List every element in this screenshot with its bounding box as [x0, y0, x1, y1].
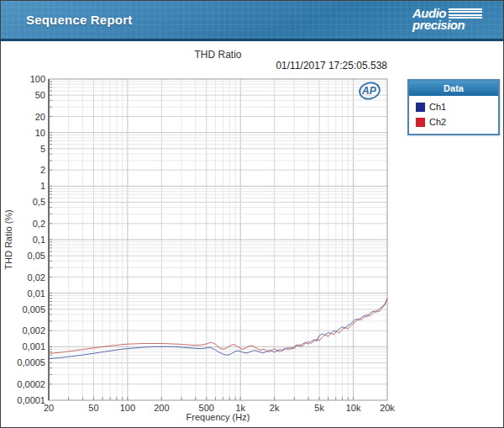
y-tick-label: 0,0005	[17, 357, 45, 367]
legend-title: Data	[409, 81, 498, 96]
y-tick-label: 0,01	[28, 288, 45, 299]
ch2-color-swatch	[416, 118, 425, 127]
legend-label-ch2: Ch2	[429, 117, 446, 127]
y-tick-label: 5	[40, 144, 45, 154]
chart-timestamp: 01/11/2017 17:25:05.538	[135, 60, 387, 71]
chart-title: THD Ratio	[49, 49, 387, 61]
legend-item-ch1[interactable]: Ch1	[416, 99, 493, 114]
y-tick-label: 0,0002	[17, 379, 45, 389]
y-tick-label: 0,002	[22, 325, 45, 336]
x-axis-label: Frequency (Hz)	[49, 412, 387, 422]
y-tick-label: 0,1	[33, 235, 45, 245]
y-axis-label: THD Ratio (%)	[3, 172, 17, 307]
series-line-ch1	[49, 299, 387, 359]
series-line-ch2	[49, 299, 387, 354]
y-tick-label: 1	[40, 181, 45, 191]
legend-body: Ch1 Ch2	[409, 96, 498, 134]
y-tick-label: 0,05	[28, 251, 45, 261]
ch1-color-swatch	[416, 103, 425, 112]
y-tick-label: 0,5	[33, 197, 45, 207]
ap-badge-icon: AP	[361, 85, 377, 97]
y-tick-label: 2	[40, 165, 45, 175]
y-tick-label: 0,02	[28, 272, 45, 283]
y-tick-label: 20	[35, 112, 45, 122]
y-tick-label: 0,2	[33, 219, 45, 229]
y-tick-label: 10	[35, 128, 45, 138]
legend-panel: Data Ch1 Ch2	[407, 79, 500, 135]
y-tick-label: 0,005	[22, 304, 45, 314]
y-tick-label: 0,001	[22, 341, 45, 351]
legend-item-ch2[interactable]: Ch2	[416, 114, 493, 129]
legend-label-ch1: Ch1	[429, 102, 446, 112]
y-tick-label: 100	[30, 74, 45, 84]
sequence-report-window: Sequence Report Audio precision 20501002…	[0, 0, 504, 428]
y-tick-label: 0,0001	[17, 395, 45, 405]
y-tick-label: 50	[35, 90, 45, 100]
